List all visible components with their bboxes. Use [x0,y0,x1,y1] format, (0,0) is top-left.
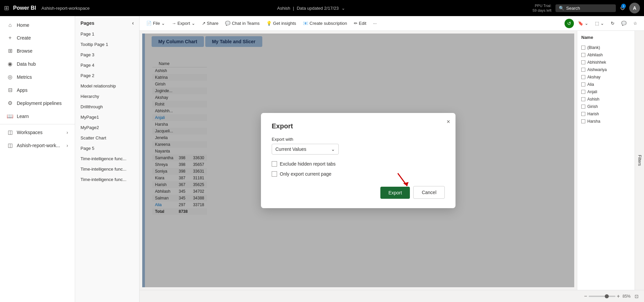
page-item-9[interactable]: MyPage2 [75,122,139,133]
filter-checkbox[interactable] [581,90,585,94]
report-area: My Column Chart My Table and Slicer Name… [140,31,644,290]
view-button[interactable]: ⬚ ⌄ [592,19,607,27]
page-item-8[interactable]: MyPage1 [75,112,139,122]
share-button[interactable]: ↗ Share [199,19,221,27]
sidebar-label-datahub: Data hub [17,61,36,67]
filter-item[interactable]: Aishwariya [581,66,640,73]
sidebar-label-browse: Browse [17,48,33,54]
page-item-10[interactable]: Scatter Chart [75,133,139,143]
sidebar-item-apps[interactable]: ⊟ Apps [0,83,75,97]
sidebar-item-create[interactable]: + Create [0,32,75,44]
create-icon: + [7,35,13,41]
filter-checkbox[interactable] [581,53,585,57]
page-item-2[interactable]: Page 3 [75,50,139,60]
bookmark-button[interactable]: 🔖 ⌄ [575,19,591,27]
filter-item[interactable]: Girish [581,103,640,110]
filter-item[interactable]: Akshay [581,73,640,81]
modal-overlay: Export × Export with Current Values ⌄ Ex… [142,34,574,287]
filter-items-container: (Blank) Abhilash Abhishhek Aishwariya Ak… [581,44,640,125]
notification-button[interactable]: ⚙ 1 [620,4,625,12]
reload-button[interactable]: ↻ [608,19,617,27]
page-item-13[interactable]: Time-intelligence func... [75,164,139,174]
sidebar-item-workspace-current[interactable]: ◫ Ashish-report-work... [0,139,75,152]
filter-item[interactable]: Alia [581,81,640,88]
zoom-plus-button[interactable]: + [617,293,620,299]
share-label: Share [207,21,219,26]
export-button[interactable]: → Export ⌄ [169,19,198,27]
export-with-select[interactable]: Current Values ⌄ [272,144,339,155]
page-item-11[interactable]: Page 5 [75,143,139,154]
sidebar-item-metrics[interactable]: ◎ Metrics [0,70,75,83]
nav-right: PPU Trial: 59 days left 🔍 Search ⚙ 1 A [533,3,640,13]
filter-item[interactable]: Abhishhek [581,59,640,66]
only-export-checkbox[interactable] [272,171,277,177]
page-item-1[interactable]: Tooltip Page 1 [75,39,139,50]
report-toolbar: 📄 File ⌄ → Export ⌄ ↗ Share 💬 Chat in Te… [140,16,644,31]
datahub-icon: ◉ [7,61,13,67]
modal-close-button[interactable]: × [446,118,450,125]
filter-item[interactable]: Anjali [581,88,640,96]
pages-header: Pages ‹ [75,20,139,29]
edit-button[interactable]: ✏ Edit [351,19,369,27]
filters-side-label[interactable]: Filters [635,31,644,290]
sidebar-item-home[interactable]: ⌂ Home [0,19,75,32]
sidebar-item-learn[interactable]: 📖 Learn [0,110,75,123]
chat-button[interactable]: 💬 Chat in Teams [222,19,262,27]
filter-item[interactable]: Abhilash [581,51,640,59]
grid-icon[interactable]: ⊞ [4,4,9,12]
sidebar-label-create: Create [17,35,31,41]
filter-item-label: Alia [587,82,594,87]
page-item-5[interactable]: Model relationship [75,81,139,91]
page-item-0[interactable]: Page 1 [75,29,139,39]
data-refresh-icon[interactable]: ⌄ [341,6,345,11]
zoom-minus-button[interactable]: − [584,293,587,299]
file-button[interactable]: 📄 File ⌄ [144,19,168,27]
exclude-hidden-tabs-row: Exclude hidden report tabs [272,161,445,167]
sidebar-item-browse[interactable]: ⊞ Browse [0,44,75,57]
page-item-14[interactable]: Time-intelligence func... [75,174,139,185]
favorite-button[interactable]: ☆ [631,19,640,27]
filter-item[interactable]: Harsha [581,118,640,125]
search-icon: 🔍 [559,6,564,11]
filter-checkbox[interactable] [581,46,585,50]
workspace-label[interactable]: Ashish-report-workspace [41,6,90,11]
insights-button[interactable]: 💡 Get insights [264,19,299,27]
refresh-button[interactable]: ↺ [565,19,574,28]
workspace-current-icon: ◫ [7,142,13,148]
filter-checkbox[interactable] [581,60,585,64]
exclude-hidden-checkbox[interactable] [272,161,277,167]
page-item-12[interactable]: Time-intelligence func... [75,154,139,164]
filter-checkbox[interactable] [581,75,585,79]
sidebar-item-workspaces[interactable]: ◫ Workspaces [0,126,75,139]
filter-item[interactable]: (Blank) [581,44,640,51]
filter-item-label: Ashish [587,97,599,102]
zoom-slider[interactable] [589,296,615,297]
bookmark-icon: 🔖 [578,21,583,26]
subscription-button[interactable]: 📧 Create subscription [300,19,350,27]
filter-checkbox[interactable] [581,119,585,123]
pages-collapse-button[interactable]: ‹ [132,20,134,26]
filter-checkbox[interactable] [581,97,585,101]
avatar[interactable]: A [629,3,640,13]
fit-page-icon[interactable]: ⊡ [635,294,639,299]
filter-checkbox[interactable] [581,112,585,116]
filter-item[interactable]: Ashish [581,96,640,103]
filter-checkbox[interactable] [581,68,585,72]
page-item-6[interactable]: Hierarchy [75,91,139,102]
more-button[interactable]: ··· [370,19,379,27]
page-item-7[interactable]: Drillthrough [75,102,139,112]
page-item-3[interactable]: Page 4 [75,60,139,70]
cancel-button[interactable]: Cancel [413,186,445,199]
filter-item[interactable]: Harish [581,110,640,118]
filter-item-label: Abhishhek [587,60,606,65]
filter-checkbox[interactable] [581,105,585,109]
top-navigation: ⊞ Power BI Ashish-report-workspace Ashis… [0,0,644,16]
search-bar[interactable]: 🔍 Search [555,4,616,12]
deployment-icon: ⚙ [7,100,13,106]
page-item-4[interactable]: Page 2 [75,70,139,81]
sidebar-label-home: Home [17,22,29,28]
sidebar-item-deployment[interactable]: ⚙ Deployment pipelines [0,97,75,110]
comment-button[interactable]: 💬 [619,19,629,27]
sidebar-item-datahub[interactable]: ◉ Data hub [0,57,75,70]
filter-checkbox[interactable] [581,82,585,86]
